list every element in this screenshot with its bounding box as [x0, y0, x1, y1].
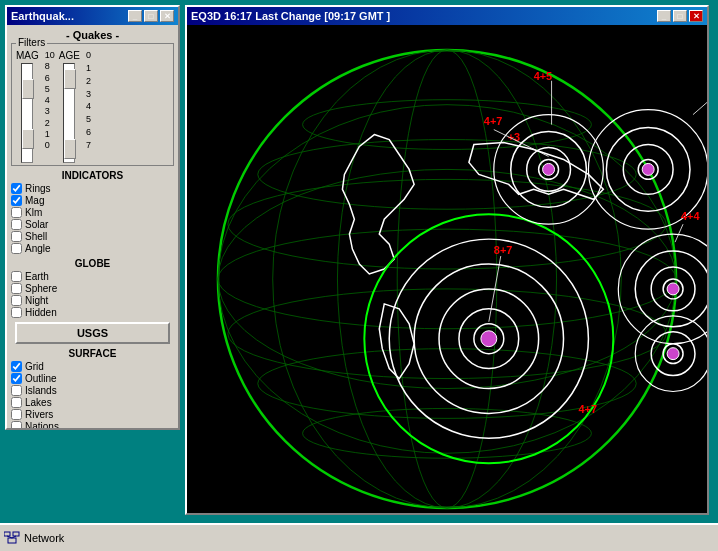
age-label: AGE [59, 50, 80, 61]
solar-row: Solar [11, 219, 174, 230]
main-window: EQ3D 16:17 Last Change [09:17 GMT ] _ □ … [185, 5, 709, 515]
age-filter-col: AGE [59, 50, 80, 163]
quake-label-4: 4+7 [484, 115, 503, 127]
grid-label: Grid [25, 361, 44, 372]
night-row: Night [11, 295, 174, 306]
rings-checkbox[interactable] [11, 183, 22, 194]
outline-label: Outline [25, 373, 57, 384]
islands-row: Islands [11, 385, 174, 396]
grid-row: Grid [11, 361, 174, 372]
klm-checkbox[interactable] [11, 207, 22, 218]
sphere-row: Sphere [11, 283, 174, 294]
outline-row: Outline [11, 373, 174, 384]
svg-rect-49 [4, 532, 10, 536]
shell-row: Shell [11, 231, 174, 242]
klm-label: Klm [25, 207, 42, 218]
globe-title: GLOBE [11, 258, 174, 269]
shell-checkbox[interactable] [11, 231, 22, 242]
usgs-button[interactable]: USGS [15, 322, 170, 344]
close-button[interactable]: ✕ [160, 10, 174, 22]
hidden-checkbox[interactable] [11, 307, 22, 318]
indicators-title: INDICATORS [11, 170, 174, 181]
mag-row: Mag [11, 195, 174, 206]
solar-checkbox[interactable] [11, 219, 22, 230]
svg-point-28 [543, 163, 555, 175]
rivers-row: Rivers [11, 409, 174, 420]
mag-ind-label: Mag [25, 195, 44, 206]
svg-point-38 [667, 283, 679, 295]
nations-checkbox[interactable] [11, 421, 22, 428]
earth-checkbox[interactable] [11, 271, 22, 282]
main-title: EQ3D 16:17 Last Change [09:17 GMT ] [191, 10, 390, 22]
svg-rect-50 [13, 532, 19, 536]
left-titlebar-buttons: _ □ ✕ [128, 10, 174, 22]
maximize-button[interactable]: □ [144, 10, 158, 22]
surface-section: SURFACE Grid Outline Islands Lakes [11, 348, 174, 428]
filters-inner: MAG 1086543210 AGE [16, 50, 169, 163]
rivers-label: Rivers [25, 409, 53, 420]
night-checkbox[interactable] [11, 295, 22, 306]
main-close-button[interactable]: ✕ [689, 10, 703, 22]
earth-label: Earth [25, 271, 49, 282]
taskbar: Network [0, 523, 718, 551]
mag-slider-track[interactable] [21, 63, 33, 163]
mag-checkbox[interactable] [11, 195, 22, 206]
quake-label-8: 4+7 [578, 403, 597, 415]
rings-row: Rings [11, 183, 174, 194]
svg-rect-48 [8, 538, 16, 543]
quake-label-5: +3 [508, 131, 520, 143]
sphere-label: Sphere [25, 283, 57, 294]
angle-label: Angle [25, 243, 51, 254]
rivers-checkbox[interactable] [11, 409, 22, 420]
islands-checkbox[interactable] [11, 385, 22, 396]
mag-label: MAG [16, 50, 39, 61]
mag-filter-col: MAG [16, 50, 39, 163]
network-icon [4, 530, 20, 546]
left-panel-window: Earthquak... _ □ ✕ - Quakes - Filters MA… [5, 5, 180, 430]
desktop: Earthquak... _ □ ✕ - Quakes - Filters MA… [0, 0, 718, 551]
sphere-checkbox[interactable] [11, 283, 22, 294]
minimize-button[interactable]: _ [128, 10, 142, 22]
left-title: Earthquak... [11, 10, 74, 22]
indicators-section: INDICATORS Rings Mag Klm Solar [11, 170, 174, 254]
quake-label-6: 4+4 [681, 210, 700, 222]
mag-slider-top[interactable] [22, 79, 34, 99]
left-panel-content: - Quakes - Filters MAG 1086543210 [7, 25, 178, 428]
surface-title: SURFACE [11, 348, 174, 359]
hidden-label: Hidden [25, 307, 57, 318]
main-minimize-button[interactable]: _ [657, 10, 671, 22]
quake-label-1: 4+5 [534, 70, 553, 82]
angle-row: Angle [11, 243, 174, 254]
angle-checkbox[interactable] [11, 243, 22, 254]
grid-checkbox[interactable] [11, 361, 22, 372]
shell-label: Shell [25, 231, 47, 242]
age-slider-track[interactable] [63, 63, 75, 163]
outline-checkbox[interactable] [11, 373, 22, 384]
svg-point-33 [642, 163, 654, 175]
night-label: Night [25, 295, 48, 306]
mag-scale: 1086543210 [45, 50, 55, 150]
main-titlebar-buttons: _ □ ✕ [657, 10, 703, 22]
lakes-checkbox[interactable] [11, 397, 22, 408]
svg-point-23 [481, 331, 497, 347]
globe-display[interactable]: 4+5 4+6 4+3 4+7 +3 4+4 8+7 4+7 5+3 [187, 25, 707, 513]
earth-row: Earth [11, 271, 174, 282]
islands-label: Islands [25, 385, 57, 396]
quake-label-7: 8+7 [494, 244, 513, 256]
nations-row: Nations [11, 421, 174, 428]
age-slider-bottom[interactable] [64, 139, 76, 159]
filters-label: Filters [16, 37, 47, 48]
age-slider-top[interactable] [64, 69, 76, 89]
age-scale: 01234567 [86, 50, 91, 150]
filters-box: Filters MAG 1086543210 [11, 43, 174, 166]
main-maximize-button[interactable]: □ [673, 10, 687, 22]
main-titlebar: EQ3D 16:17 Last Change [09:17 GMT ] _ □ … [187, 7, 707, 25]
network-label: Network [24, 532, 64, 544]
hidden-row: Hidden [11, 307, 174, 318]
left-titlebar: Earthquak... _ □ ✕ [7, 7, 178, 25]
nations-label: Nations [25, 421, 59, 428]
lakes-label: Lakes [25, 397, 52, 408]
lakes-row: Lakes [11, 397, 174, 408]
klm-row: Klm [11, 207, 174, 218]
mag-slider-bottom[interactable] [22, 129, 34, 149]
